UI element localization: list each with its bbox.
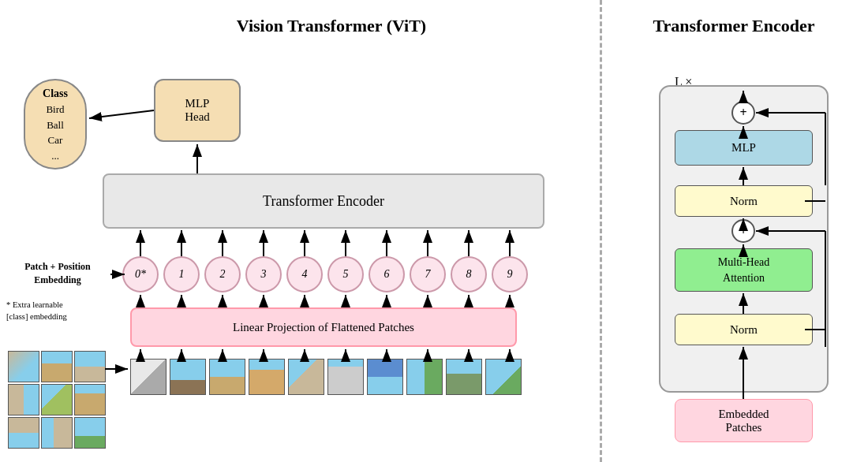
input-img-8	[74, 417, 106, 449]
transformer-encoder-label: Transformer Encoder	[263, 193, 384, 210]
mlp-head-box: MLP Head	[154, 79, 241, 142]
patch-3	[249, 359, 285, 395]
embedded-patches-box: EmbeddedPatches	[675, 399, 813, 442]
te-mlp-label: MLP	[731, 141, 756, 155]
mlp-head-line1: MLP	[185, 97, 210, 110]
plus-circle-top: +	[731, 101, 755, 125]
main-container: Vision Transformer (ViT) Class Bird Ball…	[0, 0, 868, 462]
token-5: 5	[327, 256, 364, 292]
transformer-encoder-box: Transformer Encoder	[103, 173, 544, 229]
te-mlp-block: MLP	[675, 130, 813, 166]
linear-proj-label: Linear Projection of Flattened Patches	[233, 321, 414, 334]
input-img-0	[8, 351, 39, 382]
patch-4	[288, 359, 324, 395]
patch-8	[446, 359, 482, 395]
input-img-7	[41, 417, 73, 449]
class-ball: Ball	[47, 117, 64, 133]
class-label: Class	[43, 85, 68, 102]
input-img-3	[8, 384, 39, 415]
te-norm1-block: Norm	[675, 185, 813, 217]
token-2: 2	[204, 256, 241, 292]
patch-7	[406, 359, 443, 395]
input-img-5	[74, 384, 106, 415]
te-norm2-block: Norm	[675, 314, 813, 345]
patches-row	[130, 359, 522, 395]
patch-0	[130, 359, 166, 395]
patch-9	[485, 359, 522, 395]
class-etc: ...	[51, 148, 59, 164]
patch-pos-label: Patch + PositionEmbedding	[6, 260, 109, 287]
input-img-4	[41, 384, 73, 415]
patch-2	[209, 359, 245, 395]
token-9: 9	[492, 256, 528, 292]
te-mha-label: Multi-HeadAttention	[718, 255, 769, 285]
linear-proj-box: Linear Projection of Flattened Patches	[130, 307, 517, 347]
extra-label: * Extra learnable[class] embedding	[6, 300, 125, 322]
class-bird: Bird	[46, 102, 64, 117]
vit-title: Vision Transformer (ViT)	[71, 16, 592, 36]
te-norm2-label: Norm	[730, 323, 758, 337]
input-images	[8, 351, 106, 449]
plus-top-symbol: +	[739, 106, 746, 120]
patch-1	[170, 359, 206, 395]
left-panel: Vision Transformer (ViT) Class Bird Ball…	[0, 0, 600, 462]
te-mha-block: Multi-HeadAttention	[675, 248, 813, 292]
token-1: 1	[163, 256, 200, 292]
tokens-row: 0* 1 2 3 4 5 6 7 8 9	[122, 256, 528, 292]
token-3: 3	[245, 256, 282, 292]
token-7: 7	[410, 256, 446, 292]
mlp-head-line2: Head	[185, 110, 210, 124]
patch-pos-text: Patch + PositionEmbedding	[24, 261, 91, 285]
token-6: 6	[369, 256, 405, 292]
token-0: 0*	[122, 256, 159, 292]
input-img-2	[74, 351, 106, 382]
input-img-1	[41, 351, 73, 382]
patch-6	[367, 359, 403, 395]
token-8: 8	[451, 256, 487, 292]
te-title: Transformer Encoder	[608, 16, 860, 36]
token-4: 4	[286, 256, 323, 292]
te-norm1-label: Norm	[730, 195, 758, 208]
patch-5	[327, 359, 364, 395]
class-box: Class Bird Ball Car ...	[24, 79, 87, 170]
input-img-6	[8, 417, 39, 449]
embedded-patches-label: EmbeddedPatches	[718, 408, 769, 434]
class-car: Car	[48, 132, 63, 148]
plus-mid-symbol: +	[739, 224, 746, 238]
plus-circle-mid: +	[731, 219, 755, 243]
